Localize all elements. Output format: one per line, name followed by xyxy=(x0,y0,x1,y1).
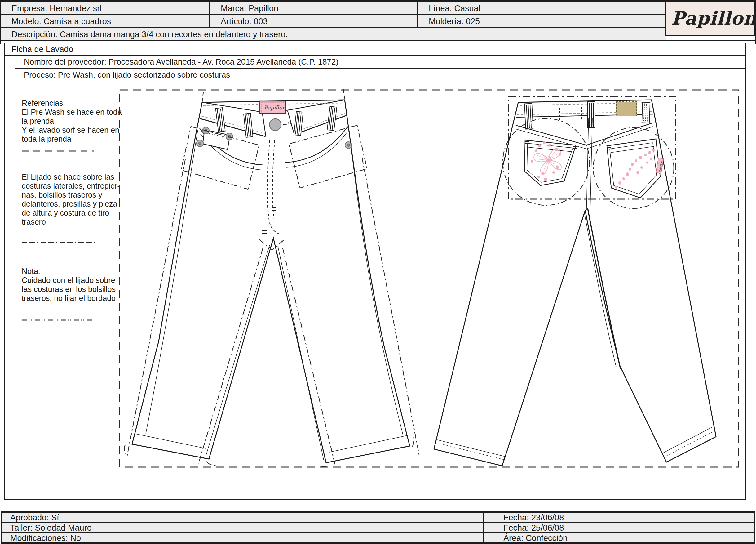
marca-cell: Marca: Papillon xyxy=(209,2,417,14)
note-nota: Nota: Cuidado con el lijado sobre las co… xyxy=(22,267,124,303)
taller-cell: Taller: Soledad Mauro xyxy=(2,523,483,532)
footer-table: Aprobado: Sí Fecha: 23/06/08 Taller: Sol… xyxy=(1,511,755,544)
fecha2-cell: Fecha: 25/06/08 xyxy=(483,523,754,532)
note-referencias: Referencias El Pre Wash se hace en toda … xyxy=(22,99,124,144)
divider xyxy=(15,55,15,81)
area-cell: Área: Confección xyxy=(483,533,754,542)
modificaciones-cell: Modificaciones: No xyxy=(2,533,483,542)
footer-row-3: Modificaciones: No Área: Confección xyxy=(2,533,754,543)
divider xyxy=(5,55,745,55)
spec-sheet-page: Empresa: Hernandez srl Marca: Papillon L… xyxy=(0,0,756,544)
linea-cell: Línea: Casual xyxy=(417,2,666,14)
note-lijado: El Lijado se hace sobre las costuras lat… xyxy=(22,172,124,226)
brand-logo-box: Papillon xyxy=(665,1,755,36)
descripcion-cell: Descripción: Camisa dama manga 3/4 con r… xyxy=(1,28,666,40)
wash-section-title: Ficha de Lavado xyxy=(11,45,73,54)
aprobado-cell: Aprobado: Sí xyxy=(2,513,483,522)
divider xyxy=(493,513,493,543)
molderia-cell: Moldería: 025 xyxy=(417,15,666,27)
articulo-cell: Artículo: 003 xyxy=(209,15,417,27)
divider xyxy=(15,81,745,81)
header-row-1: Empresa: Hernandez srl Marca: Papillon L… xyxy=(1,2,755,15)
modelo-cell: Modelo: Camisa a cuadros xyxy=(1,15,209,27)
footer-row-1: Aprobado: Sí Fecha: 23/06/08 xyxy=(2,513,754,523)
brand-logo-text: Papillon xyxy=(666,8,756,29)
empresa-cell: Empresa: Hernandez srl xyxy=(1,2,209,14)
footer-row-2: Taller: Soledad Mauro Fecha: 25/06/08 xyxy=(2,523,754,533)
proveedor-line: Nombre del proveedor: Procesadora Avella… xyxy=(24,57,338,67)
header-table: Empresa: Hernandez srl Marca: Papillon L… xyxy=(0,0,756,44)
header-row-3: Descripción: Camisa dama manga 3/4 con r… xyxy=(1,28,755,41)
divider xyxy=(15,68,745,69)
proceso-line: Proceso: Pre Wash, con lijado sectorizad… xyxy=(24,70,230,80)
header-row-2: Modelo: Camisa a cuadros Artículo: 003 M… xyxy=(1,15,755,28)
fecha1-cell: Fecha: 23/06/08 xyxy=(483,513,754,522)
